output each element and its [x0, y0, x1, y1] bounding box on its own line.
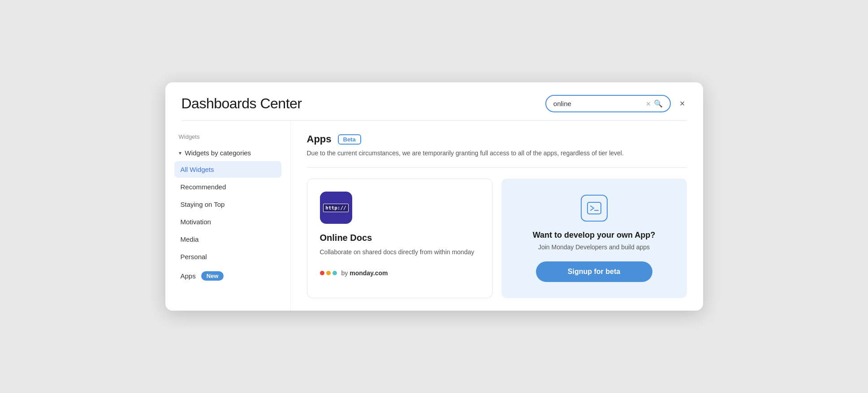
monday-dot-teal — [333, 271, 337, 275]
modal: Dashboards Center ✕ 🔍 × Widgets ▾ Widget… — [165, 82, 703, 311]
signup-beta-button[interactable]: Signup for beta — [536, 261, 652, 282]
dev-description: Join Monday Developers and build apps — [538, 243, 650, 251]
search-icon: 🔍 — [654, 99, 663, 108]
app-by-text: by monday.com — [341, 269, 388, 277]
modal-title: Dashboards Center — [181, 95, 302, 112]
dev-card: Want to develop your own App? Join Monda… — [501, 179, 687, 298]
app-name: Online Docs — [320, 233, 479, 243]
main-content: Apps Beta Due to the current circumstanc… — [291, 121, 703, 311]
monday-logo — [320, 271, 337, 275]
sidebar-item-personal[interactable]: Personal — [174, 248, 281, 265]
search-bar: ✕ 🔍 — [545, 95, 671, 112]
close-icon: × — [680, 98, 685, 109]
terminal-icon — [587, 202, 601, 214]
app-by-name: monday.com — [350, 269, 388, 277]
sidebar-item-media[interactable]: Media — [174, 231, 281, 248]
search-input[interactable] — [553, 100, 646, 107]
sidebar-item-recommended[interactable]: Recommended — [174, 179, 281, 195]
beta-badge: Beta — [338, 134, 361, 145]
clear-icon[interactable]: ✕ — [646, 100, 651, 107]
monday-dot-red — [320, 271, 324, 275]
app-icon-wrapper: http:// — [320, 192, 352, 224]
app-footer: by monday.com — [320, 269, 479, 277]
content-divider — [307, 167, 687, 168]
sidebar-category-label: Widgets by categories — [185, 149, 251, 157]
sidebar-item-all-widgets[interactable]: All Widgets — [174, 161, 281, 178]
apps-description: Due to the current circumstances, we are… — [307, 150, 687, 157]
new-badge: New — [201, 271, 224, 281]
sidebar-section-label: Widgets — [174, 133, 281, 140]
apps-title: Apps — [307, 133, 332, 145]
monday-dot-orange — [326, 271, 331, 275]
chevron-down-icon: ▾ — [179, 150, 181, 156]
sidebar-item-motivation[interactable]: Motivation — [174, 214, 281, 230]
sidebar-category-header[interactable]: ▾ Widgets by categories — [174, 145, 281, 160]
sidebar-apps-label: Apps — [181, 272, 196, 280]
sidebar-item-staying-on-top[interactable]: Staying on Top — [174, 196, 281, 213]
modal-header: Dashboards Center ✕ 🔍 × — [165, 82, 703, 120]
dev-title: Want to develop your own App? — [533, 231, 656, 240]
app-card: http:// Online Docs Collaborate on share… — [307, 179, 492, 298]
modal-body: Widgets ▾ Widgets by categories All Widg… — [165, 121, 703, 311]
app-description: Collaborate on shared docs directly from… — [320, 248, 479, 257]
apps-grid: http:// Online Docs Collaborate on share… — [307, 179, 687, 298]
app-icon-text: http:// — [323, 204, 348, 212]
terminal-icon-wrapper — [581, 195, 608, 222]
sidebar: Widgets ▾ Widgets by categories All Widg… — [165, 121, 291, 311]
apps-header: Apps Beta — [307, 133, 687, 145]
sidebar-apps-row: Apps New — [174, 267, 281, 285]
header-right: ✕ 🔍 × — [545, 95, 687, 112]
close-button[interactable]: × — [678, 97, 687, 111]
